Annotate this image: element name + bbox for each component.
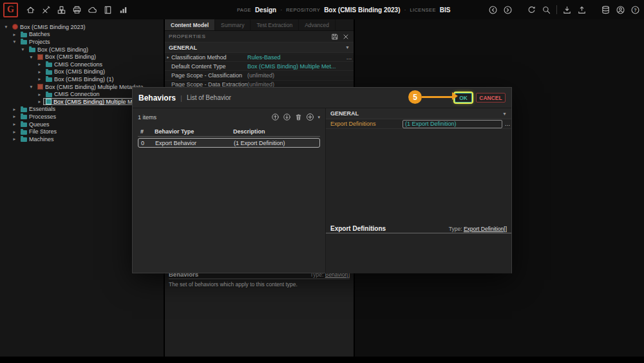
tab-summary[interactable]: Summary — [215, 19, 251, 30]
batches-icon[interactable] — [57, 5, 66, 15]
annotation-step-badge: 5 — [408, 90, 422, 104]
user-icon[interactable] — [616, 5, 625, 15]
folder-icon — [21, 130, 27, 135]
tree-expander-icon[interactable]: ▾ — [28, 84, 35, 90]
tree-expander-icon[interactable]: ▸ — [11, 113, 18, 119]
property-row[interactable]: ▸ Classification Method Rules-Based … — [165, 53, 354, 62]
tree-expander-icon[interactable]: ▸ — [11, 121, 18, 127]
tree-expander-icon[interactable]: ▸ — [11, 129, 18, 135]
behavior-list-panel: 1 items ▾ # Behavior Type Description 0 … — [133, 108, 326, 273]
app-logo[interactable]: G — [3, 3, 18, 17]
tree-expander-icon[interactable]: ▸ — [36, 69, 43, 75]
page-value[interactable]: Design — [255, 6, 276, 14]
tab-test-extraction[interactable]: Test Extraction — [251, 19, 299, 30]
collapse-caret-icon[interactable]: ▼ — [502, 112, 507, 116]
property-value[interactable]: (unlimited) — [247, 72, 345, 79]
annotation-arrow-line — [422, 96, 453, 98]
crumb-separator: · — [280, 6, 282, 13]
svg-text:?: ? — [634, 8, 636, 12]
next-icon[interactable] — [503, 5, 513, 15]
tree-expander-icon[interactable]: ▸ — [36, 92, 43, 97]
tree-item[interactable]: ▾ Box (CMIS Binding) — [0, 53, 164, 61]
tree-item[interactable]: ▾ Box (CMIS Binding) — [0, 46, 164, 54]
help-icon[interactable]: ? — [630, 5, 640, 15]
property-name: Default Content Type — [171, 63, 247, 70]
behavior-row[interactable]: 0 Export Behavior (1 Export Definition) — [138, 138, 320, 148]
dialog-property-row[interactable]: Export Definitions (1 Export Definition)… — [326, 119, 511, 129]
tree-expander-icon[interactable]: ▸ — [11, 136, 18, 142]
folder-icon — [21, 123, 27, 127]
search-icon[interactable] — [542, 5, 551, 15]
collapse-caret-icon[interactable]: ▼ — [345, 45, 350, 50]
page-label: PAGE — [237, 7, 251, 13]
upload-icon[interactable] — [577, 5, 587, 15]
ellipsis-button[interactable]: … — [504, 121, 511, 127]
printer-icon[interactable] — [72, 5, 82, 15]
home-icon[interactable] — [26, 5, 35, 15]
delete-icon[interactable] — [294, 113, 303, 121]
tree-expander-icon[interactable]: ▾ — [28, 54, 35, 60]
prev-icon[interactable] — [488, 5, 498, 15]
tree-item-label: Essentials — [29, 106, 55, 112]
tree-expander-icon[interactable]: ▾ — [3, 24, 10, 30]
tree-item[interactable]: ▾ Projects — [0, 38, 164, 46]
behavior-properties-panel: GENERAL ▼ Export Definitions (1 Export D… — [326, 108, 511, 273]
dialog-general-label: GENERAL — [330, 110, 359, 117]
property-value[interactable]: Rules-Based — [247, 54, 345, 61]
add-menu-caret[interactable]: ▾ — [317, 115, 320, 120]
tree-expander-icon[interactable]: ▾ — [19, 46, 26, 52]
tree-item-label: Projects — [29, 39, 50, 45]
folder-icon — [21, 40, 27, 44]
chart-icon[interactable] — [118, 5, 128, 15]
folder-icon — [46, 63, 52, 67]
tree-item[interactable]: ▸ Batches — [0, 31, 164, 39]
tree-item-label: Box (CMIS Binding) — [45, 54, 96, 60]
tree-expander-icon[interactable]: ▸ — [36, 99, 43, 104]
property-row[interactable]: ▸ Default Content Type Box (CMIS Binding… — [165, 62, 354, 71]
refresh-icon[interactable] — [527, 5, 536, 15]
download-icon[interactable] — [562, 5, 572, 15]
tree-item-label: Queues — [29, 121, 50, 128]
add-icon[interactable] — [306, 113, 314, 121]
stack-icon[interactable] — [601, 5, 611, 15]
tree-item[interactable]: ▸ CMIS Connections — [0, 61, 164, 68]
repository-value[interactable]: Box (CMIS Binding 2023) — [324, 6, 400, 14]
move-down-icon[interactable] — [283, 113, 291, 121]
cancel-button[interactable]: CANCEL — [476, 93, 506, 103]
breadcrumb: PAGE Design · REPOSITORY Box (CMIS Bindi… — [237, 0, 450, 19]
move-up-icon[interactable] — [271, 113, 279, 121]
tab-content-model[interactable]: Content Model — [165, 19, 215, 30]
row-expander-icon[interactable]: ▸ — [165, 55, 171, 60]
tree-item[interactable]: ▸ Box (CMIS Binding) (1) — [0, 75, 164, 83]
tree-item-label: CMIS Connections — [54, 61, 102, 68]
tools-icon[interactable] — [41, 5, 51, 15]
save-icon[interactable] — [331, 33, 339, 41]
general-section-header[interactable]: GENERAL ▼ — [165, 43, 354, 53]
tree-expander-icon[interactable]: ▾ — [11, 39, 18, 44]
project-icon — [37, 54, 43, 60]
tree-expander-icon[interactable]: ▸ — [11, 106, 18, 112]
tree-item[interactable]: ▸ Box (CMIS Binding) — [0, 68, 164, 76]
project-icon — [37, 84, 43, 90]
col-description: Description — [233, 128, 317, 135]
tree-expander-icon[interactable]: ▸ — [36, 61, 43, 67]
book-icon[interactable] — [103, 5, 113, 15]
property-row[interactable]: ▸ Page Scope - Classification (unlimited… — [165, 71, 354, 80]
behavior-table-header: # Behavior Type Description — [138, 127, 320, 137]
items-count: 1 items — [138, 114, 156, 121]
tab-advanced[interactable]: Advanced — [299, 19, 336, 30]
property-value[interactable]: (1 Export Definition) — [402, 120, 502, 128]
tree-item-label: File Stores — [29, 128, 57, 135]
close-icon[interactable] — [342, 33, 350, 41]
root-icon — [12, 24, 18, 30]
tree-item[interactable]: ▾ Box (CMIS Binding 2023) — [0, 23, 164, 31]
behavior-table: # Behavior Type Description 0 Export Beh… — [138, 127, 320, 148]
dialog-general-header[interactable]: GENERAL ▼ — [326, 108, 511, 119]
tree-expander-icon[interactable]: ▸ — [11, 32, 18, 37]
tree-expander-icon[interactable]: ▸ — [36, 76, 43, 82]
ellipsis-button[interactable]: … — [345, 54, 354, 61]
footer-type-link[interactable]: Export Definition[] — [464, 226, 507, 232]
cloud-icon[interactable] — [88, 5, 97, 15]
property-value[interactable]: Box (CMIS Binding) Multiple Met... — [247, 63, 345, 70]
title-divider: | — [180, 94, 182, 102]
